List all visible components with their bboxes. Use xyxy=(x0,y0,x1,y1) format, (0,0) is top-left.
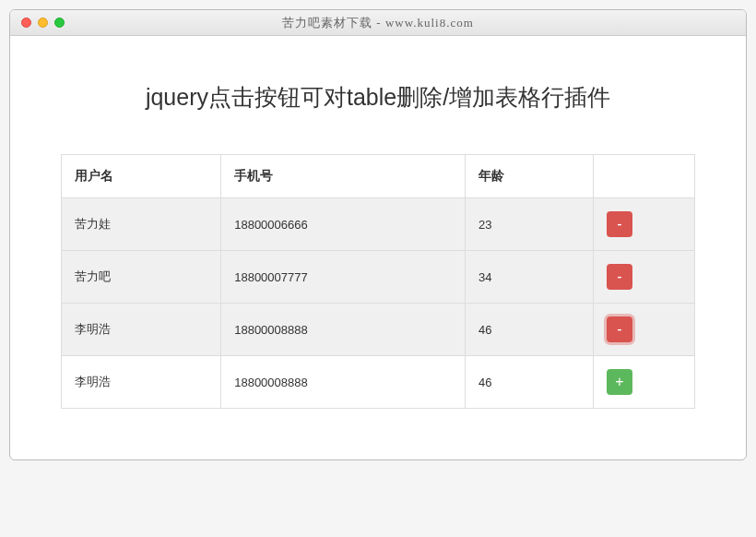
maximize-icon[interactable] xyxy=(54,18,65,28)
cell-action: - xyxy=(594,304,695,356)
cell-age: 34 xyxy=(465,251,593,304)
table-row: 苦力娃1880000666623- xyxy=(62,198,695,251)
col-age: 年龄 xyxy=(465,155,593,198)
cell-phone: 18800006666 xyxy=(221,198,466,251)
cell-age: 23 xyxy=(465,198,593,251)
cell-action: - xyxy=(594,251,695,304)
table-row: 李明浩1880000888846- xyxy=(62,304,695,356)
window-title: 苦力吧素材下载 - www.kuli8.com xyxy=(10,15,746,31)
browser-window: 苦力吧素材下载 - www.kuli8.com jquery点击按钮可对tabl… xyxy=(9,9,747,460)
window-titlebar: 苦力吧素材下载 - www.kuli8.com xyxy=(10,10,746,36)
cell-username: 李明浩 xyxy=(62,304,221,356)
cell-username: 苦力娃 xyxy=(62,198,221,251)
cell-action: - xyxy=(594,198,695,251)
cell-username: 李明浩 xyxy=(62,356,221,409)
cell-phone: 18800007777 xyxy=(221,251,466,304)
remove-row-button[interactable]: - xyxy=(607,264,632,290)
minimize-icon[interactable] xyxy=(38,18,48,28)
data-table: 用户名 手机号 年龄 苦力娃1880000666623-苦力吧188000077… xyxy=(61,154,695,409)
page-content: jquery点击按钮可对table删除/增加表格行插件 用户名 手机号 年龄 苦… xyxy=(10,36,746,459)
remove-row-button[interactable]: - xyxy=(607,211,632,237)
table-row: 李明浩1880000888846+ xyxy=(62,356,695,409)
cell-action: + xyxy=(594,356,695,409)
col-phone: 手机号 xyxy=(221,155,466,198)
col-actions xyxy=(594,155,695,198)
add-row-button[interactable]: + xyxy=(607,369,632,395)
cell-age: 46 xyxy=(465,304,593,356)
cell-phone: 18800008888 xyxy=(221,304,466,356)
cell-phone: 18800008888 xyxy=(221,356,466,409)
traffic-lights xyxy=(10,18,65,28)
col-username: 用户名 xyxy=(62,155,221,198)
page-heading: jquery点击按钮可对table删除/增加表格行插件 xyxy=(61,82,695,113)
close-icon[interactable] xyxy=(21,18,31,28)
remove-row-button[interactable]: - xyxy=(607,316,632,342)
cell-username: 苦力吧 xyxy=(62,251,221,304)
table-row: 苦力吧1880000777734- xyxy=(62,251,695,304)
table-header-row: 用户名 手机号 年龄 xyxy=(62,155,695,198)
cell-age: 46 xyxy=(465,356,593,409)
